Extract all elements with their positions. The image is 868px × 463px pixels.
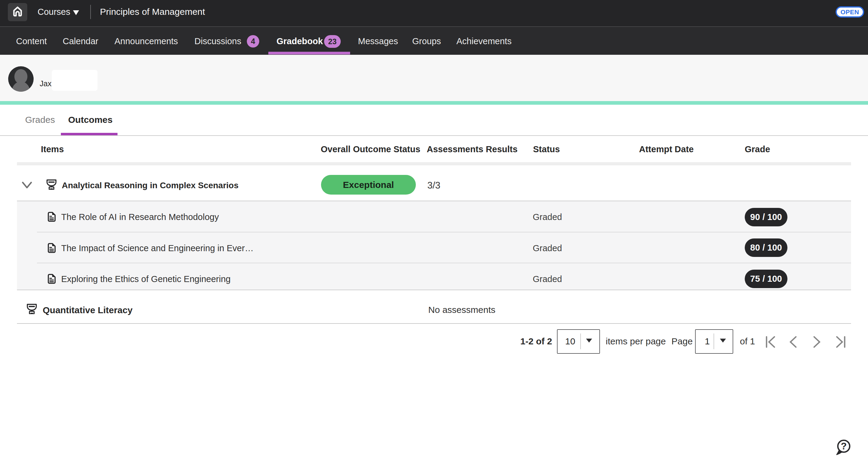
svg-text:?: ? bbox=[841, 440, 847, 452]
